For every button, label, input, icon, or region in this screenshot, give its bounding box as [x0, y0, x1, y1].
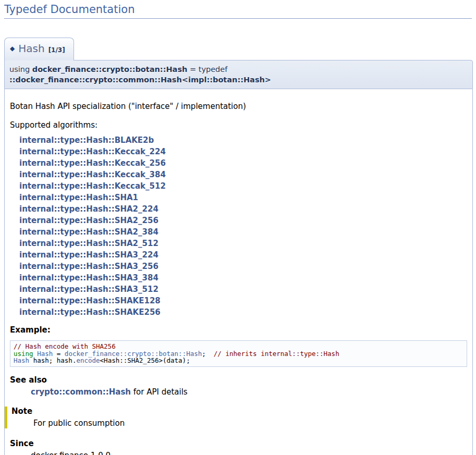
- member-tab-index: [1/3]: [48, 46, 65, 54]
- since-text: docker-finance 1.0.0: [31, 451, 467, 455]
- declaration-keyword: using: [9, 65, 32, 73]
- code-plain-token: hash; hash.: [29, 356, 76, 364]
- algorithm-row: internal::type::Hash::SHA3_384: [19, 272, 467, 284]
- code-plain-token: <Hash::SHA2_256>(data);: [100, 356, 190, 364]
- algorithm-row: internal::type::Hash::Keccak_384: [19, 169, 467, 180]
- algorithm-link[interactable]: internal::type::Hash::SHA3_256: [19, 262, 158, 271]
- see-also-content: crypto::common::Hash for API details: [31, 387, 467, 397]
- algorithm-link[interactable]: internal::type::Hash::SHA2_256: [19, 216, 158, 225]
- member-tab[interactable]: ◆Hash[1/3]: [4, 38, 74, 60]
- since-heading: Since: [10, 439, 467, 449]
- algorithm-link[interactable]: internal::type::Hash::BLAKE2b: [19, 136, 154, 145]
- algorithm-row: internal::type::Hash::SHAKE256: [19, 306, 467, 318]
- see-also-link[interactable]: crypto::common::Hash: [31, 387, 131, 397]
- code-plain-token: ;: [202, 350, 214, 358]
- algorithm-row: internal::type::Hash::SHA2_512: [19, 238, 467, 249]
- member-item: ◆Hash[1/3] using docker_finance::crypto:…: [4, 38, 473, 455]
- algorithm-row: internal::type::Hash::Keccak_224: [19, 146, 467, 157]
- algorithm-link[interactable]: internal::type::Hash::SHA3_224: [19, 250, 158, 260]
- algorithm-row: internal::type::Hash::SHA3_512: [19, 284, 467, 295]
- member-tab-title: Hash: [18, 42, 44, 55]
- algorithm-link[interactable]: internal::type::Hash::SHA3_512: [19, 285, 158, 294]
- algorithm-row: internal::type::Hash::SHA3_256: [19, 261, 467, 272]
- note-section: Note For public consumption: [5, 407, 467, 428]
- note-text: For public consumption: [33, 419, 467, 428]
- algorithm-link[interactable]: internal::type::Hash::Keccak_512: [19, 181, 166, 191]
- code-line: // Hash encode with SHA256: [14, 343, 463, 350]
- algorithm-link[interactable]: internal::type::Hash::SHA2_384: [19, 227, 158, 237]
- algorithm-row: internal::type::Hash::Keccak_256: [19, 157, 467, 169]
- declaration-connector: = typedef: [187, 65, 227, 73]
- summary-text: Botan Hash API specialization ("interfac…: [10, 102, 467, 112]
- see-also-text: for API details: [131, 387, 188, 397]
- algorithm-link[interactable]: internal::type::Hash::SHA1: [19, 193, 138, 202]
- note-heading: Note: [11, 407, 467, 416]
- code-link[interactable]: Hash: [14, 356, 29, 364]
- algorithm-row: internal::type::Hash::SHAKE128: [19, 295, 467, 306]
- algorithm-row: internal::type::Hash::SHA2_384: [19, 226, 467, 238]
- algorithm-link[interactable]: internal::type::Hash::Keccak_256: [19, 158, 166, 168]
- algorithm-link[interactable]: internal::type::Hash::Keccak_224: [19, 147, 166, 156]
- code-line: Hash hash; hash.encode<Hash::SHA2_256>(d…: [14, 357, 463, 364]
- declaration-name: docker_finance::crypto::botan::Hash: [32, 65, 188, 73]
- algorithms-label: Supported algorithms:: [10, 120, 467, 130]
- algorithm-row: internal::type::Hash::SHA2_256: [19, 215, 467, 226]
- algorithm-link[interactable]: internal::type::Hash::SHA2_224: [19, 204, 158, 214]
- algorithm-link[interactable]: internal::type::Hash::SHA3_384: [19, 273, 158, 282]
- member-documentation: Botan Hash API specialization ("interfac…: [4, 89, 473, 455]
- code-line: using Hash = docker_finance::crypto::bot…: [14, 350, 463, 358]
- algorithm-link[interactable]: internal::type::Hash::Keccak_384: [19, 170, 166, 179]
- example-label: Example:: [10, 325, 467, 335]
- declaration-type: ::docker_finance::crypto::common::Hash<i…: [9, 76, 271, 84]
- algorithm-row: internal::type::Hash::SHA2_224: [19, 203, 467, 215]
- page-title: Typedef Documentation: [4, 3, 472, 19]
- code-comment-token: // inherits internal::type::Hash: [214, 350, 339, 358]
- see-also-heading: See also: [10, 375, 467, 385]
- permalink-diamond-icon[interactable]: ◆: [10, 45, 15, 52]
- algorithm-link[interactable]: internal::type::Hash::SHAKE128: [19, 296, 161, 305]
- algorithm-link[interactable]: internal::type::Hash::SHA2_512: [19, 239, 158, 248]
- algorithm-row: internal::type::Hash::Keccak_512: [19, 180, 467, 192]
- algorithm-row: internal::type::Hash::BLAKE2b: [19, 134, 467, 146]
- algorithm-row: internal::type::Hash::SHA3_224: [19, 249, 467, 261]
- code-link[interactable]: encode: [76, 356, 100, 364]
- code-block: // Hash encode with SHA256using Hash = d…: [10, 340, 467, 367]
- algorithm-link[interactable]: internal::type::Hash::SHAKE256: [19, 308, 161, 317]
- algorithms-list: internal::type::Hash::BLAKE2binternal::t…: [19, 134, 467, 318]
- since-section: Since docker-finance 1.0.0: [10, 439, 467, 455]
- algorithm-row: internal::type::Hash::SHA1: [19, 192, 467, 203]
- see-also-section: See also crypto::common::Hash for API de…: [10, 375, 467, 397]
- member-declaration: using docker_finance::crypto::botan::Has…: [4, 60, 473, 89]
